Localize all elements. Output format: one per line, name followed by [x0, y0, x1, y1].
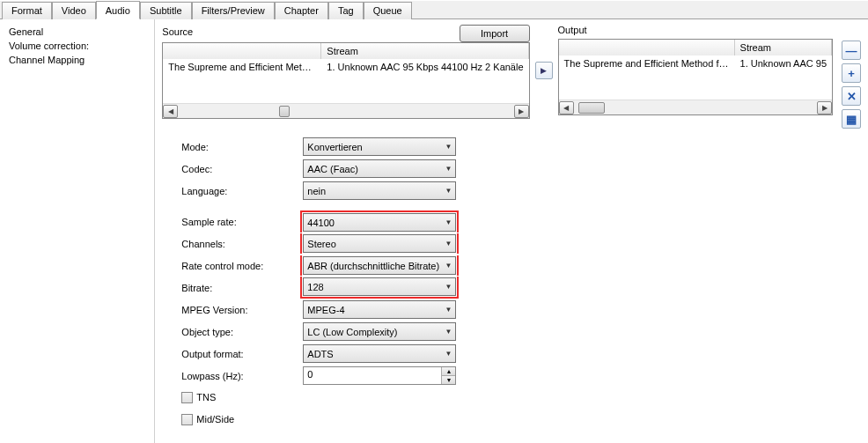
tab-audio[interactable]: Audio	[96, 1, 140, 19]
channels-select[interactable]: Stereo▼	[303, 234, 456, 253]
move-right-button[interactable]: ▶	[535, 62, 553, 79]
output-row[interactable]: The Supreme and Efficient Method fo... 1…	[559, 55, 832, 71]
mpeg-label: MPEG Version:	[180, 305, 303, 315]
bitrate-select[interactable]: 128▼	[303, 277, 456, 296]
scroll-right-icon[interactable]: ▶	[514, 105, 529, 118]
remove-button[interactable]: —	[842, 41, 861, 60]
source-row[interactable]: The Supreme and Efficient Metho... 1. Un…	[163, 59, 528, 75]
source-scrollbar[interactable]: ◀ ▶	[163, 103, 528, 118]
tab-queue[interactable]: Queue	[364, 2, 412, 19]
import-button[interactable]: Import	[460, 25, 530, 42]
tns-checkbox[interactable]	[181, 392, 193, 403]
lowpass-label: Lowpass (Hz):	[180, 371, 303, 381]
chevron-down-icon: ▼	[445, 350, 452, 358]
chevron-down-icon: ▼	[445, 240, 452, 247]
outfmt-select[interactable]: ADTS▼	[303, 344, 456, 363]
chevron-down-icon: ▼	[445, 306, 452, 314]
samplerate-select[interactable]: 44100▼	[303, 213, 456, 232]
tns-label: TNS	[196, 392, 216, 402]
chevron-down-icon: ▼	[445, 328, 452, 336]
tab-filters[interactable]: Filters/Preview	[192, 2, 275, 19]
chevron-down-icon: ▼	[445, 143, 452, 151]
mpeg-select[interactable]: MPEG-4▼	[303, 300, 456, 319]
tab-chapter[interactable]: Chapter	[275, 2, 328, 19]
tab-video[interactable]: Video	[52, 2, 96, 19]
output-scrollbar[interactable]: ◀ ▶	[559, 100, 832, 114]
outfmt-label: Output format:	[180, 349, 303, 359]
add-button[interactable]: +	[842, 63, 861, 83]
source-title: Source	[162, 26, 193, 37]
output-list[interactable]: Stream The Supreme and Efficient Method …	[558, 39, 833, 115]
chevron-down-icon: ▼	[445, 262, 452, 269]
mode-label: Mode:	[180, 142, 303, 152]
language-select[interactable]: nein▼	[303, 181, 456, 200]
grid-button[interactable]: ▦	[842, 109, 861, 129]
ratectrl-label: Rate control mode:	[180, 261, 303, 271]
channels-label: Channels:	[180, 239, 303, 249]
subtab-channel-mapping[interactable]: Channel Mapping	[9, 53, 145, 67]
subtab-general[interactable]: General	[9, 25, 145, 39]
source-row-name: The Supreme and Efficient Metho...	[163, 59, 321, 75]
scroll-left-icon[interactable]: ◀	[559, 101, 574, 114]
objtype-select[interactable]: LC (Low Complexity)▼	[303, 322, 456, 341]
scroll-thumb[interactable]	[279, 106, 290, 117]
ratectrl-select[interactable]: ABR (durchschnittliche Bitrate)▼	[303, 256, 456, 275]
chevron-down-icon: ▼	[445, 165, 452, 173]
scroll-right-icon[interactable]: ▶	[817, 101, 832, 114]
output-row-stream: 1. Unknown AAC 95	[735, 55, 832, 71]
scroll-left-icon[interactable]: ◀	[163, 105, 178, 118]
subtab-sidebar: General Volume correction: Channel Mappi…	[0, 19, 155, 443]
source-list[interactable]: Stream The Supreme and Efficient Metho..…	[162, 42, 529, 119]
output-col-name[interactable]	[559, 40, 735, 55]
chevron-down-icon: ▼	[445, 187, 452, 195]
source-col-stream[interactable]: Stream	[321, 43, 528, 59]
spinner-down-icon[interactable]: ▼	[442, 376, 455, 384]
tab-tag[interactable]: Tag	[328, 2, 364, 19]
chevron-down-icon: ▼	[445, 283, 452, 291]
clear-button[interactable]: ✕	[842, 86, 861, 106]
tab-subtitle[interactable]: Subtitle	[140, 2, 192, 19]
spinner-up-icon[interactable]: ▲	[442, 367, 455, 376]
tab-format[interactable]: Format	[2, 2, 52, 19]
source-row-stream: 1. Unknown AAC 95 Kbps 44100 Hz 2 Kanäle	[321, 59, 528, 75]
scroll-thumb[interactable]	[578, 102, 605, 114]
codec-label: Codec:	[180, 164, 303, 174]
tab-bar: Format Video Audio Subtitle Filters/Prev…	[0, 1, 868, 19]
midside-checkbox[interactable]	[181, 414, 193, 425]
output-title: Output	[558, 25, 587, 35]
codec-select[interactable]: AAC (Faac)▼	[303, 159, 456, 178]
output-col-stream[interactable]: Stream	[735, 40, 832, 55]
language-label: Language:	[180, 186, 303, 196]
midside-label: Mid/Side	[196, 414, 234, 425]
source-col-name[interactable]	[163, 43, 321, 59]
samplerate-label: Sample rate:	[180, 217, 303, 227]
objtype-label: Object type:	[180, 327, 303, 337]
bitrate-label: Bitrate:	[180, 283, 303, 293]
lowpass-spinner[interactable]: 0 ▲▼	[303, 366, 456, 385]
chevron-down-icon: ▼	[445, 218, 452, 226]
output-row-name: The Supreme and Efficient Method fo...	[559, 55, 735, 71]
mode-select[interactable]: Konvertieren▼	[303, 137, 456, 156]
subtab-volume-correction[interactable]: Volume correction:	[9, 39, 145, 53]
